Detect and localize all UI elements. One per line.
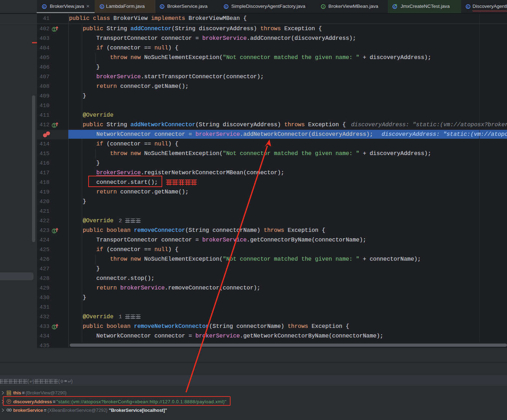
svg-text:I: I xyxy=(323,5,323,9)
svg-text:C: C xyxy=(43,5,45,9)
svg-text:C: C xyxy=(467,5,469,9)
svg-text:C: C xyxy=(101,5,103,9)
svg-text:C: C xyxy=(161,5,163,9)
svg-text:C: C xyxy=(225,5,227,9)
